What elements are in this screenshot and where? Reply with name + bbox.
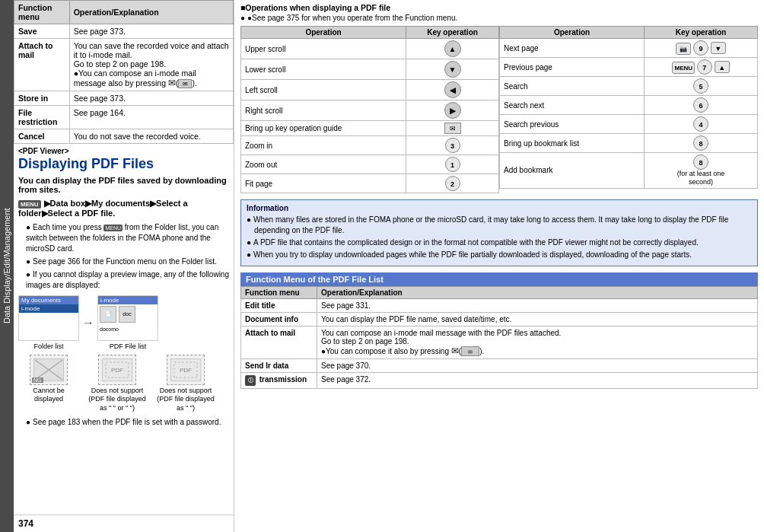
ops-tables-wrapper: Operation Key operation Upper scroll ▲ L… [240, 26, 758, 193]
icon-cannot-display: NG Cannot be displayed [18, 355, 79, 404]
op-header-left: Operation [241, 27, 406, 39]
key-op: ▲ [406, 39, 499, 59]
bullet-3: If you cannot display a preview image, a… [26, 269, 229, 291]
func-pdf-name: ⓘ transmission [241, 373, 317, 389]
ops-table-right: Operation Key operation Next page 📷 9 ▼ [499, 26, 758, 193]
table-row: Edit title See page 331. [241, 299, 758, 313]
table-row: Fit page 2 [241, 174, 499, 193]
op-name: Fit page [241, 174, 406, 193]
key-8-bm-icon: 8 [693, 135, 708, 151]
key-op: 2 [406, 174, 499, 193]
pdf-viewer-section: <PDF Viewer> Displaying PDF Files You ca… [14, 144, 234, 514]
icon-examples: NG Cannot be displayed PDF Does not supp… [18, 355, 229, 413]
func-pdf-name: Attach to mail [241, 327, 317, 359]
func-op-header: Operation/Explanation [69, 1, 233, 24]
menu-icon: MENU [18, 200, 41, 209]
key-op: 8 (for at least onesecond) [645, 153, 758, 189]
func-menu-header: Function menu [14, 1, 70, 24]
down-arrow-icon: ▼ [711, 42, 726, 54]
table-row: Search 5 [500, 77, 758, 96]
table-row: Search next 6 [500, 96, 758, 115]
func-name: File restriction [14, 106, 70, 129]
key-5-icon: 5 [693, 78, 708, 94]
key-op: 📷 9 ▼ [645, 39, 758, 58]
func-name: Attach to mail [14, 39, 70, 91]
table-row: Upper scroll ▲ [241, 39, 499, 59]
table-row: Next page 📷 9 ▼ [500, 39, 758, 58]
func-pdf-op: See page 370. [317, 359, 758, 373]
func-op: See page 164. [69, 106, 233, 129]
op-name: Previous page [500, 58, 645, 77]
table-row: Bring up bookmark list 8 [500, 134, 758, 153]
folder-list-label: Folder list [33, 342, 63, 350]
info-box: Information When many files are stored i… [240, 199, 758, 266]
op-name: Bring up bookmark list [500, 134, 645, 153]
key-op: 4 [645, 115, 758, 134]
key-op: 1 [406, 155, 499, 174]
info-bullet-1: When many files are stored in the FOMA p… [247, 215, 752, 236]
pdf-viewer-title: Displaying PDF Files [18, 156, 229, 173]
key-op: 6 [645, 96, 758, 115]
op-name: Bring up key operation guide [241, 121, 406, 136]
ops-header: ■Operations when displaying a PDF file [240, 3, 758, 12]
no-support-caption-2: Does not support(PDF file displayedas " … [157, 387, 215, 413]
key-op: MENU 7 ▲ [645, 58, 758, 77]
bullet-2: See page 366 for the Function menu on th… [26, 256, 229, 267]
func-pdf-name: Send Ir data [241, 359, 317, 373]
envelope-key-icon: ✉ [444, 123, 461, 134]
pdf-viewer-tag: <PDF Viewer> [18, 147, 229, 155]
op-name: Add bookmark [500, 153, 645, 189]
func-pdf-op: See page 331. [317, 299, 758, 313]
table-row: Cancel You do not save the recorded voic… [14, 129, 234, 144]
ops-sub: ●See page 375 for when you operate from … [240, 14, 758, 22]
right-panel: ■Operations when displaying a PDF file ●… [234, 0, 764, 532]
func-pdf-header-2: Operation/Explanation [317, 287, 758, 299]
up-arrow-icon: ▲ [715, 61, 730, 73]
table-row: Left scroll ◀ [241, 80, 499, 100]
menu-key-icon: MENU [672, 62, 695, 74]
op-name: Upper scroll [241, 39, 406, 59]
func-pdf-op: See page 372. [317, 373, 758, 389]
op-name: Zoom out [241, 155, 406, 174]
main-content: Function menu Operation/Explanation Save… [14, 0, 764, 532]
table-row: Store in See page 373. [14, 91, 234, 106]
no-support-caption-1: Does not support(PDF file displayedas " … [88, 387, 146, 413]
bullet-1: Each time you press MENU from the Folder… [26, 222, 229, 254]
no-support-icon-1: PDF [98, 355, 136, 385]
camera-icon: 📷 [676, 43, 691, 55]
op-name: Search next [500, 96, 645, 115]
op-name: Lower scroll [241, 59, 406, 80]
op-name: Next page [500, 39, 645, 58]
table-row: Previous page MENU 7 ▲ [500, 58, 758, 77]
info-bullet-3: When you try to display undownloaded pag… [247, 250, 752, 260]
sidebar-label: Data Display/Edit/Management [0, 0, 14, 532]
key-op: ✉ [406, 121, 499, 136]
screenshots-row: My documents i-mode Folder list → i-mode… [18, 295, 229, 350]
pdf-file-list-screen: i-mode 📄 doc docomo [97, 295, 158, 341]
func-pdf-title: Function Menu of the PDF File List [240, 272, 758, 286]
svg-text:PDF: PDF [111, 367, 123, 374]
table-row: Document info You can display the PDF fi… [241, 313, 758, 327]
bullet-password: See page 183 when the PDF file is set wi… [26, 417, 229, 428]
key-op: 8 [645, 134, 758, 153]
func-op: You do not save the recorded voice. [69, 129, 233, 144]
func-op: See page 373. [69, 91, 233, 106]
func-pdf-op: You can display the PDF file name, saved… [317, 313, 758, 327]
key-op: ◀ [406, 80, 499, 100]
key-4-icon: 4 [693, 116, 708, 132]
info-box-title: Information [247, 204, 752, 212]
icon-no-support-2: PDF Does not support(PDF file displayeda… [155, 355, 216, 413]
table-row: Attach to mail You can save the recorded… [14, 39, 234, 91]
key-op: ▼ [406, 59, 499, 80]
cannot-display-caption: Cannot be displayed [18, 387, 79, 404]
arrow-icon: → [82, 316, 94, 330]
func-name: Store in [14, 91, 70, 106]
table-row: File restriction See page 164. [14, 106, 234, 129]
table-row: Add bookmark 8 (for at least onesecond) [500, 153, 758, 189]
op-header-right: Operation [500, 27, 645, 39]
key-2-icon: 2 [445, 176, 460, 191]
func-pdf-name: Document info [241, 313, 317, 327]
table-row: ⓘ transmission See page 372. [241, 373, 758, 389]
cannot-display-icon: NG [30, 355, 68, 385]
key-op: 5 [645, 77, 758, 96]
